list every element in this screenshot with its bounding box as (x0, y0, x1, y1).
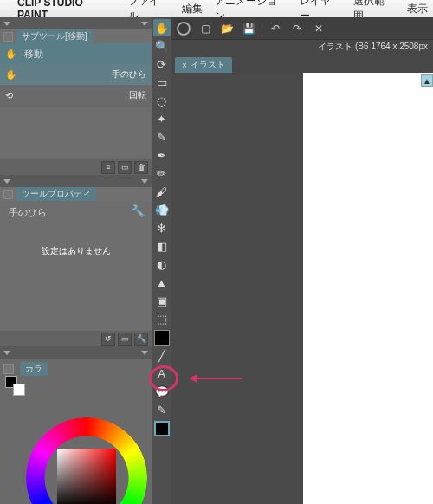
menu-edit[interactable]: 編集 (182, 2, 203, 16)
subtool-row-hand[interactable]: ✋ 手のひら (0, 64, 152, 85)
property-title: 手のひら (9, 206, 143, 219)
pencil-tool[interactable]: ✏ (153, 165, 171, 182)
chevron-down-icon (3, 179, 10, 184)
duplicate-icon[interactable]: ▭ (118, 161, 132, 174)
color-wheel[interactable] (26, 417, 147, 504)
subtool-footer: ≡ ▭ 🗑 (0, 159, 152, 175)
wrench-icon[interactable]: 🔧 (134, 333, 148, 346)
subtool-empty-area (0, 107, 152, 158)
move-tool[interactable]: ✋ (153, 19, 171, 36)
wrench-icon[interactable]: 🔧 (131, 204, 145, 217)
hand-icon: ✋ (5, 69, 17, 81)
shape-tool[interactable]: ⬚ (153, 310, 171, 327)
property-body: 手のひら 🔧 設定はありません (0, 201, 152, 331)
subtool-label: 手のひら (112, 68, 146, 81)
rotate-icon: ⟲ (5, 90, 13, 101)
panel-menu-icon[interactable] (3, 190, 13, 199)
decoration-tool[interactable]: ✻ (153, 219, 171, 236)
register-icon[interactable]: ▭ (118, 333, 132, 346)
property-strip: ツールプロパティ (0, 187, 152, 201)
redo-button[interactable]: ↷ (288, 20, 306, 37)
csp-logo-icon[interactable] (175, 20, 192, 37)
subtool-row-move[interactable]: ✋ 移動 (0, 43, 152, 64)
menu-view[interactable]: 表示 (407, 2, 428, 16)
left-panel-column: サブツール[移動] ✋ 移動 ✋ 手のひら ⟲ 回転 ≡ ▭ 🗑 (0, 17, 152, 504)
eraser-tool[interactable]: ◧ (153, 237, 171, 255)
lasso-tool[interactable]: ◌ (153, 92, 171, 109)
subtool-label: 移動 (24, 48, 43, 61)
panel-menu-icon[interactable] (3, 364, 14, 374)
divider (262, 22, 262, 36)
top-toolbar: ▢ 📂 💾 ↶ ↷ ✕ (171, 17, 433, 40)
chevron-down-icon (141, 351, 148, 355)
rotate-tool[interactable]: ⟳ (153, 55, 171, 73)
undo-button[interactable]: ↶ (267, 20, 284, 37)
canvas-viewport[interactable]: ▲ (171, 73, 433, 504)
document-info: イラスト (B6 1764 x 2508px (171, 40, 433, 55)
frame-tool[interactable] (154, 330, 170, 346)
tool-palette: ✋ 🔍 ⟳ ▭ ◌ ✦ ✎ ✒ ✏ 🖌 💨 ✻ ◧ ◐ ▲ ▣ ⬚ ╱ A 💬 … (152, 17, 171, 504)
chevron-down-icon (141, 179, 148, 184)
open-file-button[interactable]: 📂 (218, 20, 236, 37)
subtool-panel-header[interactable] (0, 17, 152, 29)
new-file-button[interactable]: ▢ (197, 20, 214, 37)
no-settings-label: 設定はありません (9, 245, 143, 257)
save-file-button[interactable]: 💾 (240, 20, 257, 37)
property-tab[interactable]: ツールプロパティ (16, 187, 96, 201)
gradient-tool[interactable]: ▣ (153, 292, 171, 309)
canvas-zone: ▢ 📂 💾 ↶ ↷ ✕ イラスト (B6 1764 x 2508px × イラス… (171, 17, 433, 504)
document-tab[interactable]: × イラスト (175, 57, 232, 73)
eyedropper-tool[interactable]: ✎ (153, 128, 171, 145)
document-tab-label: イラスト (191, 59, 225, 71)
chevron-down-icon (3, 22, 10, 26)
brush-tool[interactable]: 🖌 (153, 183, 171, 200)
wand-tool[interactable]: ✦ (153, 110, 171, 127)
svg-point-0 (178, 23, 190, 35)
macos-menubar: CLIP STUDIO PAINT ファイル 編集 アニメーション レイヤー 選… (0, 0, 433, 17)
ruler-tool[interactable]: ╱ (153, 346, 171, 364)
background-color-swatch[interactable] (13, 384, 25, 396)
color-panel-header[interactable] (0, 346, 152, 359)
sv-square[interactable] (57, 449, 116, 504)
chevron-down-icon (3, 351, 10, 355)
reset-icon[interactable]: ↺ (101, 333, 115, 346)
subtool-tab[interactable]: サブツール[移動] (16, 29, 93, 43)
selection-tool[interactable]: ▭ (153, 74, 171, 91)
fill-tool[interactable]: ▲ (153, 274, 171, 291)
trash-icon[interactable]: 🗑 (134, 161, 148, 174)
close-tab-icon[interactable]: × (182, 61, 187, 70)
correction-tool[interactable]: ✎ (153, 401, 171, 418)
canvas-page[interactable] (303, 73, 433, 504)
color-swatch-fg[interactable] (154, 421, 170, 436)
airbrush-tool[interactable]: 💨 (153, 201, 171, 218)
balloon-tool[interactable]: 💬 (153, 383, 171, 400)
subtool-label: 回転 (129, 89, 146, 101)
subtool-strip: サブツール[移動] (0, 29, 152, 43)
pen-tool[interactable]: ✒ (153, 146, 171, 164)
text-tool[interactable]: A (153, 365, 171, 382)
scroll-up-arrow[interactable]: ▲ (421, 74, 433, 87)
color-tab[interactable]: カラ (20, 362, 48, 376)
property-footer: ↺ ▭ 🔧 (0, 331, 152, 346)
chevron-down-icon (141, 22, 148, 26)
list-icon[interactable]: ≡ (101, 161, 115, 174)
blend-tool[interactable]: ◐ (153, 255, 171, 273)
subtool-panel: ✋ 移動 ✋ 手のひら ⟲ 回転 ≡ ▭ 🗑 (0, 43, 152, 175)
zoom-tool[interactable]: 🔍 (153, 37, 171, 55)
document-tab-strip: × イラスト (171, 55, 433, 73)
subtool-row-rotate[interactable]: ⟲ 回転 (0, 85, 152, 106)
panel-menu-icon[interactable] (3, 32, 13, 42)
property-panel-header[interactable] (0, 175, 152, 187)
hand-icon: ✋ (5, 48, 17, 60)
clear-button[interactable]: ✕ (310, 20, 327, 37)
color-panel: カラ (0, 359, 152, 504)
